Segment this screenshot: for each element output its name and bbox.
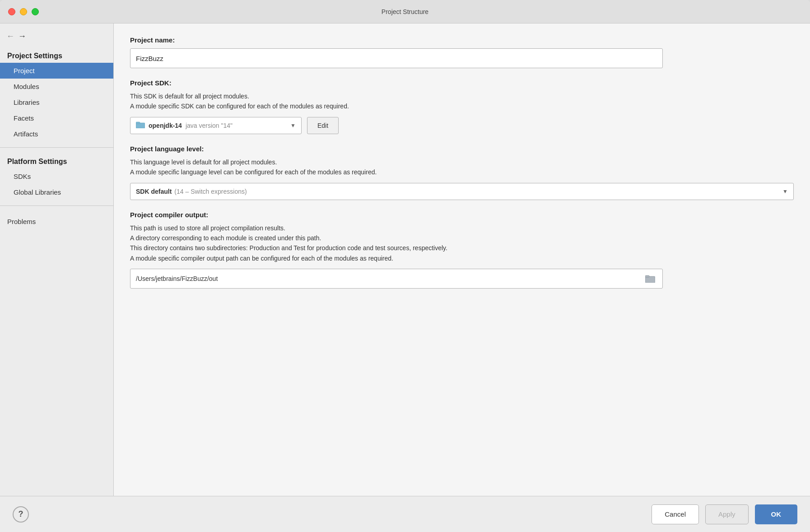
compiler-section: Project compiler output: This path is us… <box>130 211 794 289</box>
compiler-output-row: /Users/jetbrains/FizzBuzz/out <box>130 269 663 289</box>
sdk-section: Project SDK: This SDK is default for all… <box>130 79 794 134</box>
bottom-right-buttons: Cancel Apply OK <box>652 504 797 524</box>
svg-rect-3 <box>645 275 649 277</box>
sidebar-divider-2 <box>0 205 113 206</box>
sdk-name: openjdk-14 <box>149 122 182 129</box>
sdk-dropdown[interactable]: openjdk-14 java version "14" ▼ <box>130 117 302 134</box>
language-dropdown[interactable]: SDK default (14 – Switch expressions) ▼ <box>130 183 794 200</box>
lang-default: SDK default <box>136 188 172 195</box>
svg-rect-1 <box>136 122 140 124</box>
compiler-desc: This path is used to store all project c… <box>130 223 794 264</box>
window-title: Project Structure <box>382 8 428 15</box>
forward-arrow[interactable]: → <box>18 32 26 41</box>
language-section-label: Project language level: <box>130 145 794 153</box>
main-panel: Project name: Project SDK: This SDK is d… <box>114 23 810 496</box>
language-section: Project language level: This language le… <box>130 145 794 200</box>
sidebar: ← → Project Settings Project Modules Lib… <box>0 23 114 496</box>
titlebar: Project Structure <box>0 0 810 23</box>
sdk-desc-1: This SDK is default for all project modu… <box>130 91 794 112</box>
compiler-section-label: Project compiler output: <box>130 211 794 219</box>
nav-arrows-row: ← → <box>0 28 113 47</box>
compiler-folder-button[interactable] <box>643 272 657 285</box>
close-button[interactable] <box>8 8 15 15</box>
sidebar-item-artifacts[interactable]: Artifacts <box>0 126 113 142</box>
edit-sdk-button[interactable]: Edit <box>307 117 339 134</box>
apply-button[interactable]: Apply <box>705 504 749 524</box>
cancel-button[interactable]: Cancel <box>652 504 699 524</box>
sdk-version: java version "14" <box>186 122 233 129</box>
project-name-label: Project name: <box>130 36 794 44</box>
lang-dropdown-arrow: ▼ <box>782 188 788 195</box>
sidebar-item-sdks[interactable]: SDKs <box>0 168 113 184</box>
language-desc: This language level is default for all p… <box>130 157 794 177</box>
sidebar-item-global-libraries[interactable]: Global Libraries <box>0 184 113 200</box>
sidebar-divider <box>0 147 113 148</box>
lang-dropdown-left: SDK default (14 – Switch expressions) <box>136 188 247 195</box>
platform-settings-section-label: Platform Settings <box>0 153 113 168</box>
sidebar-item-modules[interactable]: Modules <box>0 79 113 94</box>
ok-button[interactable]: OK <box>755 504 798 524</box>
help-button[interactable]: ? <box>13 506 29 523</box>
project-structure-window: Project Structure ← → Project Settings P… <box>0 0 810 532</box>
project-name-input[interactable] <box>130 48 663 68</box>
sdk-dropdown-arrow: ▼ <box>290 122 296 129</box>
maximize-button[interactable] <box>32 8 39 15</box>
back-arrow[interactable]: ← <box>6 32 14 41</box>
sidebar-item-libraries[interactable]: Libraries <box>0 94 113 110</box>
lang-detail: (14 – Switch expressions) <box>174 188 247 195</box>
sdk-dropdown-left: openjdk-14 java version "14" <box>136 121 233 130</box>
folder-icon <box>136 121 145 130</box>
sdk-row: openjdk-14 java version "14" ▼ Edit <box>130 117 794 134</box>
sidebar-item-problems[interactable]: Problems <box>0 213 113 229</box>
sidebar-item-project[interactable]: Project <box>0 63 113 79</box>
content-area: ← → Project Settings Project Modules Lib… <box>0 23 810 496</box>
project-settings-section-label: Project Settings <box>0 47 113 63</box>
bottom-bar: ? Cancel Apply OK <box>0 496 810 532</box>
minimize-button[interactable] <box>20 8 27 15</box>
traffic-lights <box>8 8 39 15</box>
compiler-path-value: /Users/jetbrains/FizzBuzz/out <box>136 275 218 282</box>
sidebar-item-facets[interactable]: Facets <box>0 110 113 126</box>
sdk-section-label: Project SDK: <box>130 79 794 87</box>
